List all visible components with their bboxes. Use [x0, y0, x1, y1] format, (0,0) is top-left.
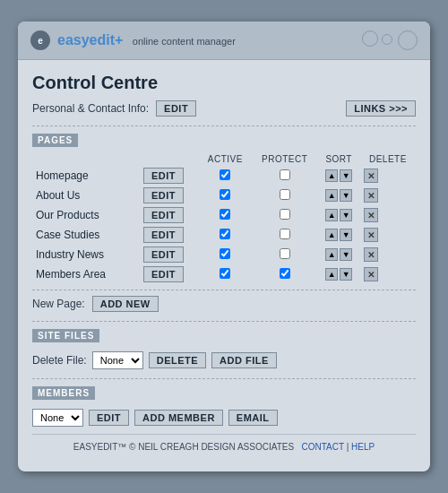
col-header-edit	[140, 152, 199, 166]
members-section: MEMBERS None EDIT ADD MEMBER EMAIL	[32, 386, 416, 427]
file-select[interactable]: None	[92, 351, 143, 369]
sort-down-0[interactable]: ▼	[340, 169, 352, 182]
page-name: About Us	[32, 186, 140, 205]
add-new-button[interactable]: ADD NEW	[92, 296, 159, 312]
sort-up-2[interactable]: ▲	[325, 209, 338, 221]
footer-contact-link[interactable]: CONTACT	[301, 442, 343, 452]
page-edit-button-2[interactable]: EDIT	[143, 207, 184, 223]
delete-file-label: Delete File:	[32, 354, 87, 367]
table-row: Industry NewsEDIT▲▼✕	[32, 245, 416, 264]
sort-cell: ▲▼	[318, 205, 360, 225]
active-checkbox-0[interactable]	[220, 169, 230, 180]
site-files-section: SITE FILES Delete File: None DELETE ADD …	[32, 329, 416, 369]
active-checkbox-3[interactable]	[220, 229, 230, 239]
circle-2	[382, 34, 392, 45]
sort-up-5[interactable]: ▲	[325, 268, 338, 281]
page-edit-button-5[interactable]: EDIT	[143, 266, 184, 282]
active-cell	[199, 205, 252, 225]
delete-cell: ✕	[360, 245, 416, 264]
delete-page-button-1[interactable]: ✕	[364, 188, 378, 203]
page-edit-cell: EDIT	[140, 264, 199, 284]
sort-cell: ▲▼	[318, 186, 360, 205]
sort-up-4[interactable]: ▲	[325, 248, 338, 261]
active-checkbox-2[interactable]	[220, 209, 230, 220]
page-name: Members Area	[32, 264, 140, 284]
page-name: Homepage	[32, 166, 140, 186]
personal-edit-button[interactable]: EDIT	[156, 100, 196, 117]
sort-cell: ▲▼	[318, 245, 360, 264]
protect-cell	[252, 225, 318, 245]
add-file-button[interactable]: ADD FILE	[211, 352, 277, 368]
col-header-sort: SORT	[318, 152, 360, 166]
delete-cell: ✕	[360, 264, 416, 284]
active-cell	[199, 186, 252, 205]
email-button[interactable]: EMAIL	[228, 410, 278, 426]
circle-1	[362, 30, 378, 47]
sort-down-5[interactable]: ▼	[340, 268, 352, 281]
links-button[interactable]: LINKS >>>	[346, 100, 416, 117]
active-cell	[199, 166, 252, 186]
col-header-delete: DELETE	[360, 152, 416, 166]
protect-cell	[252, 245, 318, 264]
protect-cell	[252, 186, 318, 205]
protect-checkbox-0[interactable]	[280, 169, 290, 180]
page-edit-button-0[interactable]: EDIT	[143, 168, 184, 184]
protect-checkbox-5[interactable]	[280, 268, 290, 279]
protect-checkbox-1[interactable]	[280, 189, 290, 200]
footer: EASYEDIT™ © NEIL CREAGH DESIGN ASSOCIATE…	[32, 434, 416, 459]
sort-up-0[interactable]: ▲	[325, 169, 338, 182]
divider-3	[32, 378, 416, 379]
delete-file-button[interactable]: DELETE	[149, 352, 206, 368]
page-name: Industry News	[32, 245, 140, 264]
protect-checkbox-4[interactable]	[280, 248, 290, 259]
decorative-circles	[362, 30, 418, 50]
circle-3	[398, 30, 418, 50]
add-member-button[interactable]: ADD MEMBER	[134, 410, 223, 426]
sort-cell: ▲▼	[318, 264, 360, 284]
active-checkbox-4[interactable]	[220, 248, 230, 259]
col-header-protect: PROTECT	[252, 152, 318, 166]
sort-down-4[interactable]: ▼	[340, 248, 352, 261]
delete-page-button-4[interactable]: ✕	[364, 247, 378, 262]
delete-cell: ✕	[360, 186, 416, 205]
active-checkbox-1[interactable]	[220, 189, 230, 200]
sort-up-1[interactable]: ▲	[325, 189, 338, 202]
divider-2	[32, 321, 416, 322]
delete-page-button-3[interactable]: ✕	[364, 228, 378, 242]
sort-down-3[interactable]: ▼	[340, 229, 352, 241]
sort-cell: ▲▼	[318, 166, 360, 186]
site-files-header: SITE FILES	[32, 329, 99, 342]
table-row: Our ProductsEDIT▲▼✕	[32, 205, 416, 225]
col-header-active: ACTIVE	[199, 152, 252, 166]
sort-down-2[interactable]: ▼	[340, 209, 352, 221]
page-edit-button-4[interactable]: EDIT	[143, 246, 184, 263]
new-page-row: New Page: ADD NEW	[32, 290, 416, 312]
footer-help-link[interactable]: HELP	[351, 442, 375, 452]
active-checkbox-5[interactable]	[220, 268, 230, 279]
delete-page-button-0[interactable]: ✕	[364, 169, 378, 183]
divider-1	[32, 125, 416, 126]
sort-down-1[interactable]: ▼	[340, 189, 352, 202]
sort-up-3[interactable]: ▲	[325, 229, 338, 241]
member-edit-button[interactable]: EDIT	[89, 410, 129, 426]
delete-cell: ✕	[360, 166, 416, 186]
protect-checkbox-3[interactable]	[280, 229, 290, 239]
member-select[interactable]: None	[32, 409, 83, 427]
page-edit-cell: EDIT	[140, 186, 199, 205]
table-row: HomepageEDIT▲▼✕	[32, 166, 416, 186]
content-area: Control Centre Personal & Contact Info: …	[18, 60, 430, 471]
header-brand: easyedit+ online content manager	[57, 32, 236, 48]
protect-checkbox-2[interactable]	[280, 209, 290, 220]
page-edit-button-1[interactable]: EDIT	[143, 187, 184, 203]
delete-page-button-2[interactable]: ✕	[364, 208, 378, 222]
delete-page-button-5[interactable]: ✕	[364, 267, 378, 281]
delete-cell: ✕	[360, 225, 416, 245]
sort-cell: ▲▼	[318, 225, 360, 245]
personal-label: Personal & Contact Info:	[32, 102, 149, 115]
active-cell	[199, 264, 252, 284]
file-row: Delete File: None DELETE ADD FILE	[32, 351, 416, 369]
page-edit-cell: EDIT	[140, 225, 199, 245]
brand-subtitle: online content manager	[133, 36, 236, 47]
page-edit-button-3[interactable]: EDIT	[143, 227, 184, 243]
pages-table: ACTIVE PROTECT SORT DELETE HomepageEDIT▲…	[32, 152, 416, 284]
